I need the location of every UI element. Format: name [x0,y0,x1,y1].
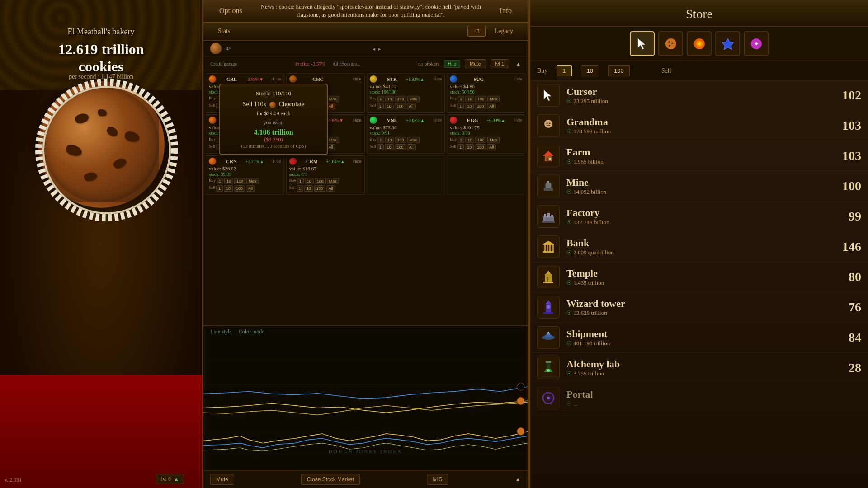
vnl-name: VNL [387,117,397,123]
str-sell-1[interactable]: 1 [377,103,384,109]
chc-buy-max[interactable]: Max [327,96,339,102]
special-category-button[interactable]: ✦ [744,31,769,56]
sug-sell-100[interactable]: 100 [475,103,486,109]
str-sell-10[interactable]: 10 [385,103,394,109]
boost-category-button[interactable] [715,31,740,56]
store-item-wizard-tower[interactable]: Wizard tower ☉ 13.628 trillion 76 [530,292,868,323]
sug-buy-1[interactable]: 1 [458,96,464,102]
buy-qty-100[interactable]: 100 [608,65,630,76]
sug-buy-10[interactable]: 10 [465,96,474,102]
wizard-tower-info: Wizard tower ☉ 13.628 trillion [566,298,834,317]
market-mute-button[interactable]: Mute [210,474,234,485]
stock-card-crn: CRN +2.77%▲ Hide value: $26.82 stock: 39… [206,155,284,195]
svg-rect-26 [549,158,551,160]
expand-button[interactable]: ▲ [516,61,521,66]
mute-button[interactable]: Mute [465,59,486,68]
cookie-circle[interactable] [38,81,165,208]
vnl-sell-100[interactable]: 100 [395,144,406,150]
store-item-cursor[interactable]: Cursor ☉ 23.295 million 102 [530,80,868,111]
crn-sell-100[interactable]: 100 [234,185,245,192]
big-cookie[interactable] [38,81,165,208]
store-item-portal[interactable]: Portal ☉ ... [530,383,868,413]
sug-hide[interactable]: Hide [514,77,522,81]
egg-buy-10[interactable]: 10 [465,137,474,143]
store-item-temple[interactable]: Temple ☉ 1.435 trillion 80 [530,262,868,292]
crm-buy-1[interactable]: 1 [297,178,304,184]
store-item-mine[interactable]: Mine ☉ 14.092 billion 100 [530,171,868,202]
crm-sell-100[interactable]: 100 [314,185,326,192]
str-buy-max[interactable]: Max [407,96,420,102]
crl-hide[interactable]: Hide [273,77,281,81]
vnl-sell-all[interactable]: All [407,144,416,150]
sug-sell-1[interactable]: 1 [457,103,464,109]
egg-hide[interactable]: Hide [514,118,522,122]
vnl-sell-10[interactable]: 10 [385,144,394,150]
sug-sell-all[interactable]: All [487,103,496,109]
str-hide[interactable]: Hide [434,77,442,81]
sug-buy-max[interactable]: Max [487,96,500,102]
str-buy-100[interactable]: 100 [395,96,406,102]
crm-buy-max[interactable]: Max [327,178,339,184]
options-button[interactable]: Options [212,5,249,17]
crm-buy-100[interactable]: 100 [315,178,326,184]
str-sell-100[interactable]: 100 [395,103,406,109]
vnl-sell-1[interactable]: 1 [377,144,384,150]
hire-broker-button[interactable]: Hire [444,60,460,68]
sug-sell-10[interactable]: 10 [465,103,474,109]
crn-buy-1[interactable]: 1 [217,178,223,184]
sug-buy-100[interactable]: 100 [475,96,486,102]
store-item-bank[interactable]: Bank ☉ 2.009 quadrillion 146 [530,232,868,262]
egg-sell-1[interactable]: 1 [457,144,464,150]
cursor-category-button[interactable] [630,31,655,56]
slt-hide[interactable]: Hide [353,118,362,122]
legacy-button[interactable]: Legacy [489,26,519,36]
chc-hide[interactable]: Hide [353,77,362,81]
store-item-shipment[interactable]: Shipment ☉ 401.198 trillion 84 [530,323,868,353]
store-item-alchemy-lab[interactable]: Alchemy lab ☉ 3.755 trillion 28 [530,353,868,383]
str-buy-1[interactable]: 1 [377,96,384,102]
sug-stock: stock: 50/196 [450,89,522,94]
crn-sell-10[interactable]: 10 [224,185,233,192]
vnl-hide[interactable]: Hide [434,118,442,122]
vnl-buy-max[interactable]: Max [407,137,420,143]
close-market-button[interactable]: Close Stock Market [301,474,360,485]
crm-buy-10[interactable]: 10 [305,178,314,184]
vnl-buy-100[interactable]: 100 [395,137,406,143]
crm-sell-10[interactable]: 10 [304,185,313,192]
info-button[interactable]: Info [493,5,519,17]
upgrade-category-button[interactable] [687,31,712,56]
vnl-buy-10[interactable]: 10 [385,137,394,143]
egg-sell-all[interactable]: All [487,144,496,150]
str-buy-10[interactable]: 10 [385,96,394,102]
crn-hide[interactable]: Hide [273,159,281,164]
crm-hide[interactable]: Hide [353,159,362,164]
stats-button[interactable]: Stats [212,26,236,36]
crm-sell-all[interactable]: All [326,185,335,192]
special-category-icon: ✦ [750,38,763,50]
cookie-category-button[interactable] [658,31,683,56]
str-sell-all[interactable]: All [407,103,416,109]
crn-buy-max[interactable]: Max [246,178,259,184]
egg-sell-100[interactable]: 100 [475,144,486,150]
line-style-button[interactable]: Line style [210,328,232,335]
egg-buy-100[interactable]: 100 [475,137,486,143]
crn-sell-1[interactable]: 1 [216,185,223,192]
store-item-grandma[interactable]: Grandma ☉ 178.598 million 103 [530,111,868,141]
color-mode-button[interactable]: Color mode [239,328,264,335]
buy-qty-1[interactable]: 1 [557,65,571,76]
crn-sell-all[interactable]: All [246,185,255,192]
store-item-farm[interactable]: Farm ☉ 1.965 billion 103 [530,141,868,171]
egg-sell-10[interactable]: 10 [465,144,474,150]
egg-buy-max[interactable]: Max [487,137,500,143]
buy-qty-10[interactable]: 10 [581,65,599,76]
market-expand-button[interactable]: ▲ [515,476,521,483]
slt-buy-max[interactable]: Max [327,137,339,143]
stock-card-egg: EGG +0.09%▲ Hide value: $101.75 stock: 0… [447,114,525,154]
egg-buy-1[interactable]: 1 [458,137,464,143]
crn-buy-10[interactable]: 10 [224,178,233,184]
crm-sell-1[interactable]: 1 [297,185,303,192]
svg-point-8 [665,38,676,49]
vnl-buy-1[interactable]: 1 [377,137,384,143]
crn-buy-100[interactable]: 100 [234,178,245,184]
store-item-factory[interactable]: Factory ☉ 132.748 billion 99 [530,202,868,232]
